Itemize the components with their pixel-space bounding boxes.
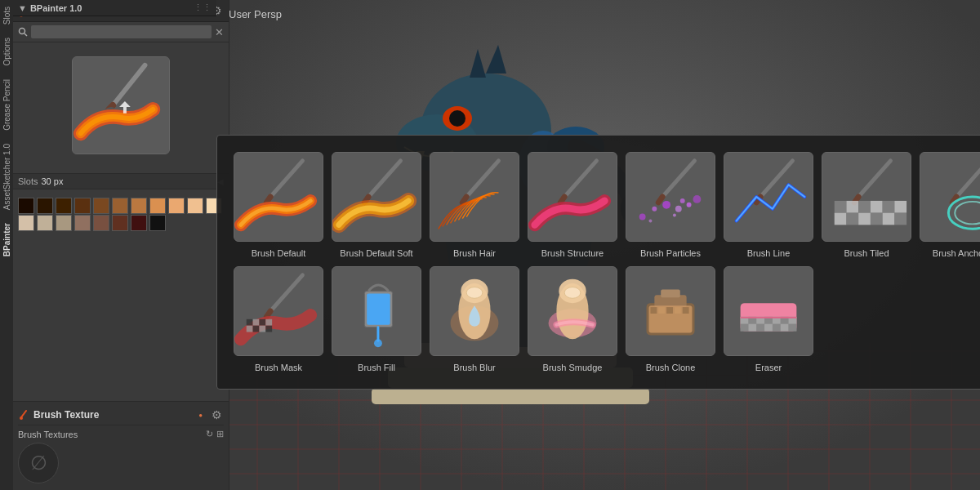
svg-point-76 [673,214,676,217]
search-input[interactable] [31,25,212,38]
brush-item-anchored[interactable]: Brush Anchored [920,152,980,258]
svg-point-125 [564,287,581,299]
vert-tab-grease-pencil[interactable]: Grease Pencil [1,73,13,137]
brush-item-clone[interactable]: Brush Clone [626,266,715,372]
brush-item-particles[interactable]: Brush Particles [626,152,715,258]
brush-preview-thumbnail [72,56,170,154]
brush-fill-thumb[interactable] [332,266,421,356]
brush-hair-thumb[interactable] [430,152,519,242]
vert-tab-assetsketcher[interactable]: AssetSketcher 1.0 [1,137,13,216]
search-clear-button[interactable]: ✕ [215,26,224,38]
color-swatch[interactable] [74,198,91,214]
brush-item-fill[interactable]: Brush Fill [332,266,421,372]
svg-point-53 [20,416,23,420]
brush-selector-popup: Brush Default Brush Default Soft [216,135,980,390]
svg-rect-78 [724,153,813,241]
brush-particles-label: Brush Particles [640,248,701,258]
texture-sub-header: Brush Textures ↻ ⊞ [18,429,224,439]
brush-hair-label: Brush Hair [453,248,496,258]
color-swatch[interactable] [56,215,72,231]
brush-item-default-soft[interactable]: Brush Default Soft [332,152,421,258]
slots-value: 30 px [41,176,63,186]
color-swatch[interactable] [74,215,91,231]
texture-panel: Brush Texture ● ⚙ Brush Textures ↻ ⊞ ∅ [13,401,229,490]
brush-default-thumb[interactable] [234,152,323,242]
svg-rect-105 [253,319,260,326]
svg-rect-81 [822,153,911,241]
slots-bar: Slots 30 px ◀ [13,173,229,189]
brush-blur-label: Brush Blur [453,363,495,372]
color-swatch[interactable] [168,198,185,214]
color-swatch[interactable] [93,215,109,231]
brush-eraser-label: Eraser [755,363,782,372]
search-icon [18,27,28,37]
texture-panel-title: Brush Texture [33,409,198,421]
brush-item-line[interactable]: Brush Line [724,152,813,258]
color-swatch[interactable] [18,198,34,214]
svg-rect-104 [247,319,253,326]
brush-default-soft-thumb[interactable] [332,152,421,242]
svg-rect-111 [265,326,272,332]
brush-item-default[interactable]: Brush Default [234,152,323,258]
color-swatch[interactable] [37,198,53,214]
brush-item-mask[interactable]: Brush Mask [234,266,323,372]
color-swatch[interactable] [93,198,109,214]
svg-rect-135 [683,307,689,314]
brush-clone-thumb[interactable] [626,266,715,356]
vertical-tabs: Slots Options Grease Pencil AssetSketche… [0,0,13,490]
svg-rect-60 [430,153,519,241]
texture-settings-icon[interactable]: ⚙ [209,408,224,422]
color-swatch[interactable] [56,198,72,214]
panel-options-icon[interactable]: ⋮⋮ [194,2,212,13]
texture-dot[interactable]: ● [198,412,203,419]
brush-item-blur[interactable]: Brush Blur [430,266,519,372]
texture-grid-icon[interactable]: ⊞ [216,429,224,439]
svg-rect-85 [846,201,858,213]
brush-anchored-label: Brush Anchored [933,248,980,258]
svg-rect-107 [265,319,272,326]
vert-tab-slots[interactable]: Slots [1,0,13,31]
brush-preview-area [13,42,229,173]
brush-mask-thumb[interactable] [234,266,323,356]
palette-grid [18,198,224,231]
brush-item-smudge[interactable]: Brush Smudge [528,266,617,372]
svg-point-77 [680,198,685,203]
color-swatch[interactable] [37,215,53,231]
svg-line-68 [658,197,662,203]
color-swatch[interactable] [131,198,147,214]
slots-label: Slots [18,176,38,186]
texture-refresh-icon[interactable]: ↻ [206,429,213,439]
color-swatch[interactable] [149,215,166,231]
brush-tiled-thumb[interactable] [822,152,911,242]
svg-point-75 [648,219,652,222]
svg-rect-129 [661,289,680,297]
brush-particles-thumb[interactable] [626,152,715,242]
brush-structure-thumb[interactable] [528,152,617,242]
svg-point-73 [687,203,692,207]
svg-rect-108 [247,326,253,332]
expand-icon[interactable]: ▼ [18,3,27,13]
brush-item-hair[interactable]: Brush Hair [430,152,519,258]
brush-eraser-thumb[interactable] [724,266,813,356]
brush-item-tiled[interactable]: Brush Tiled [822,152,911,258]
brush-empty-thumb-1 [822,266,911,356]
brush-smudge-thumb[interactable] [528,266,617,356]
brush-empty-thumb-2 [920,266,980,356]
svg-rect-110 [259,326,265,332]
vert-tab-options[interactable]: Options [1,31,13,72]
color-swatch[interactable] [112,215,128,231]
brush-line-label: Brush Line [747,248,791,258]
svg-rect-89 [894,201,906,213]
svg-rect-150 [773,324,781,332]
brush-item-structure[interactable]: Brush Structure [528,152,617,258]
color-swatch[interactable] [187,198,203,214]
brush-line-thumb[interactable] [724,152,813,242]
color-swatch[interactable] [112,198,128,214]
color-swatch[interactable] [131,215,147,231]
color-swatch[interactable] [149,198,166,214]
vert-tab-bpainter[interactable]: BPainter [1,216,13,263]
brush-item-eraser[interactable]: Eraser [724,266,813,372]
brush-blur-thumb[interactable] [430,266,519,356]
color-swatch[interactable] [18,215,34,231]
brush-anchored-thumb[interactable] [920,152,980,242]
